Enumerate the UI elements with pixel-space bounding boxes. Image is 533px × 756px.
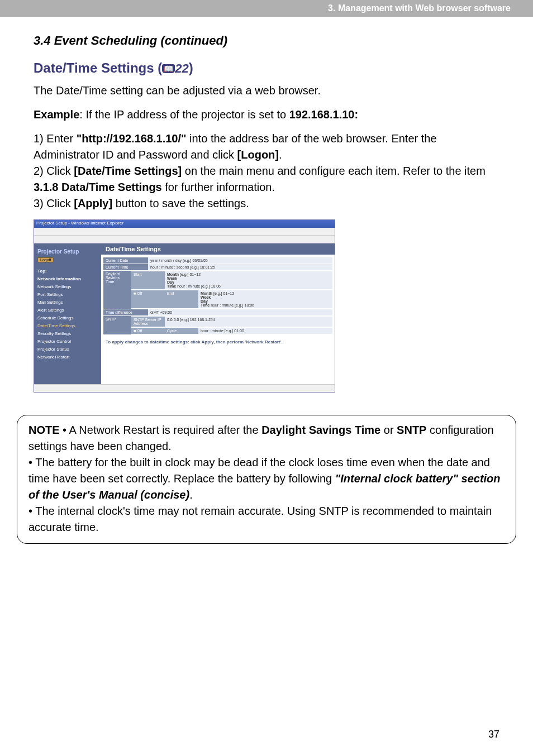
note3: • The internal clock's time may not rema… xyxy=(28,505,492,533)
step1-url: "http://192.168.1.10/" xyxy=(77,132,187,145)
note-box: NOTE • A Network Restart is required aft… xyxy=(17,415,516,544)
step1-end: . xyxy=(279,149,282,161)
sb-netset[interactable]: Network Settings xyxy=(37,284,98,289)
note1c: or xyxy=(380,424,397,436)
cycle-l: Cycle xyxy=(165,328,198,334)
sb-mail[interactable]: Mail Settings xyxy=(37,300,98,305)
subsection-title: Date/Time Settings (📖22) xyxy=(34,60,499,76)
sb-restart[interactable]: Network Restart xyxy=(37,355,98,360)
page-content: 3.4 Event Scheduling (continued) Date/Ti… xyxy=(0,17,533,393)
step3: 3) Click [Apply] button to save the sett… xyxy=(34,195,499,212)
example-text: : If the IP address of the projector is … xyxy=(79,108,289,121)
sb-alert[interactable]: Alert Settings xyxy=(37,308,98,313)
mon-l2: Month xyxy=(201,291,212,295)
panel-title: Date/Time Settings xyxy=(101,243,335,255)
sb-sched[interactable]: Schedule Settings xyxy=(37,315,98,320)
subsection-suffix: ) xyxy=(189,60,193,75)
step1: 1) Enter "http://192.168.1.10/" into the… xyxy=(34,131,499,163)
step2-end: for further information. xyxy=(162,181,275,193)
mon-l: Month xyxy=(167,272,179,276)
curtime-v[interactable]: hour : minute : second [e.g.] 18:01:25 xyxy=(148,264,332,270)
ss-titlebar: Projector Setup - Windows Internet Explo… xyxy=(34,220,335,228)
wk-l: Week xyxy=(167,276,177,280)
mon-v2[interactable]: [e.g.] 01~12 xyxy=(213,291,234,295)
dst-l: Daylight Savings Time xyxy=(103,271,131,309)
day-l: Day xyxy=(167,280,174,284)
step2-link: [Date/Time Settings] xyxy=(74,165,182,177)
tm-v[interactable]: hour : minute [e.g.] 18:06 xyxy=(177,284,221,288)
step2: 2) Click [Date/Time Settings] on the mai… xyxy=(34,163,499,195)
step2-ref: 3.1.8 Data/Time Settings xyxy=(34,181,162,193)
sb-top[interactable]: Top: xyxy=(37,269,98,274)
tdiff-v[interactable]: GMT +09:00 xyxy=(148,309,332,315)
sb-status[interactable]: Projector Status xyxy=(37,347,98,352)
tdiff-l: Time difference xyxy=(103,309,148,315)
tm-l: Time xyxy=(167,284,176,288)
subsection-ref: 22 xyxy=(175,61,188,75)
intro-text: The Date/Time setting can be adjusted vi… xyxy=(34,83,499,99)
off-l[interactable]: ■ Off xyxy=(131,290,165,308)
end-block: Month [e.g.] 01~12 Week Day Time hour : … xyxy=(198,290,332,308)
step3-button: [Apply] xyxy=(74,197,112,209)
sb-netinfo[interactable]: Network Information xyxy=(37,276,98,281)
step2-prefix: 2) Click xyxy=(34,165,74,177)
sntpsrv-v[interactable]: 0.0.0.0 [e.g.] 192.168.1.254 xyxy=(165,317,332,327)
step1-prefix: 1) Enter xyxy=(34,132,77,145)
sntp-l: SNTP xyxy=(103,316,131,334)
sb-ctrl[interactable]: Projector Control xyxy=(37,339,98,344)
ss-sidebar: Projector Setup Logoff Top: Network Info… xyxy=(34,243,101,389)
start-l: Start xyxy=(131,271,165,289)
day-l2: Day xyxy=(201,299,208,303)
curdate-l: Current Date xyxy=(103,257,148,264)
chapter-header: 3. Management with Web browser software xyxy=(0,0,533,17)
tm-v2[interactable]: hour : minute [e.g.] 18:06 xyxy=(211,303,254,307)
cycle-v[interactable]: hour : minute [e.g.] 01:00 xyxy=(198,328,332,334)
curdate-v[interactable]: year / month / day [e.g.] 06/01/05 xyxy=(148,257,332,264)
mon-v[interactable]: [e.g.] 01~12 xyxy=(180,272,201,276)
note1a: • A Network Restart is required after th… xyxy=(60,424,262,436)
chapter-breadcrumb: 3. Management with Web browser software xyxy=(328,3,511,13)
sb-sec[interactable]: Security Settings xyxy=(37,331,98,336)
book-icon: 📖 xyxy=(162,64,175,73)
example-label: Example xyxy=(34,108,79,121)
end-l: End xyxy=(165,290,198,308)
logoff-button[interactable]: Logoff xyxy=(37,257,54,262)
note1d: SNTP xyxy=(397,424,426,436)
note-label: NOTE xyxy=(28,424,60,436)
ss-toolbar xyxy=(34,236,335,243)
tm-l2: Time xyxy=(201,303,210,307)
step2-mid: on the main menu and configure each item… xyxy=(182,165,486,177)
sb-datetime[interactable]: Date/Time Settings xyxy=(37,323,98,328)
screenshot: Projector Setup - Windows Internet Explo… xyxy=(34,219,335,393)
sntpsrv-l: SNTP Server IP Address xyxy=(131,317,165,327)
example-ip: 192.168.1.10: xyxy=(289,108,358,121)
step3-end: button to save the settings. xyxy=(112,197,249,209)
subsection-prefix: Date/Time Settings ( xyxy=(34,60,162,75)
ss-addressbar xyxy=(34,228,335,236)
note2c: . xyxy=(189,489,193,501)
sb-port[interactable]: Port Settings xyxy=(37,292,98,297)
note1b: Daylight Savings Time xyxy=(261,424,380,436)
step1-logon: [Logon] xyxy=(237,149,279,161)
ss-main: Date/Time Settings Current Dateyear / mo… xyxy=(101,243,335,389)
step3-prefix: 3) Click xyxy=(34,197,74,209)
start-block: Month [e.g.] 01~12 Week Day Time hour : … xyxy=(165,271,332,289)
example-line: Example: If the IP address of the projec… xyxy=(34,107,499,123)
wk-l2: Week xyxy=(201,295,211,299)
ss-body: Projector Setup Logoff Top: Network Info… xyxy=(34,243,335,389)
off2-l[interactable]: ■ Off xyxy=(131,328,165,334)
ss-status xyxy=(34,384,335,392)
projector-setup-label: Projector Setup xyxy=(37,248,98,255)
curtime-l: Current Time xyxy=(103,264,148,270)
ss-footer: To apply changes to date/time settings: … xyxy=(101,337,335,347)
page-number: 37 xyxy=(488,729,499,740)
section-title: 3.4 Event Scheduling (continued) xyxy=(34,34,499,48)
ss-grid: Current Dateyear / month / day [e.g.] 06… xyxy=(101,255,335,337)
